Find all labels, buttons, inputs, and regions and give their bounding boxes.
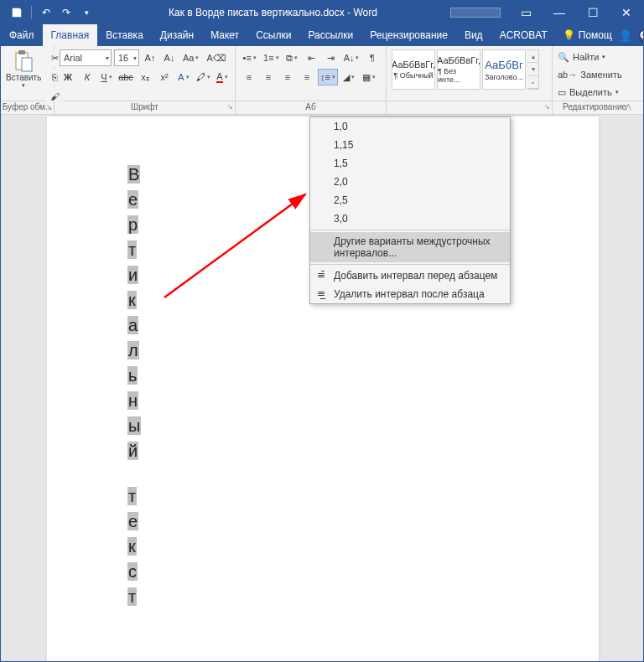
ribbon-slider[interactable] xyxy=(450,8,501,18)
style-heading1[interactable]: АаБбВг Заголово... xyxy=(482,49,526,90)
ribbon-display-icon[interactable]: ▭ xyxy=(509,1,543,24)
tell-me[interactable]: 💡 Помощ xyxy=(556,24,619,46)
svg-rect-1 xyxy=(18,50,25,54)
style-normal[interactable]: АаБбВвГг, ¶ Обычный xyxy=(392,49,435,90)
tab-review[interactable]: Рецензирование xyxy=(361,24,456,46)
group-font: Arial 16 A↑ A↓ Aa A⌫ Ж К Ч abc x₂ x² A 🖍… xyxy=(55,46,236,101)
line-spacing-icon[interactable]: ↕≡ xyxy=(318,69,338,85)
ls-option-1-15[interactable]: 1,15 xyxy=(310,136,510,154)
align-left-icon[interactable]: ≡ xyxy=(241,69,257,85)
find-button[interactable]: 🔍 Найти ▾ xyxy=(558,49,631,65)
align-right-icon[interactable]: ≡ xyxy=(279,69,296,85)
group-styles: АаБбВвГг, ¶ Обычный АаБбВвГг, ¶ Без инте… xyxy=(387,46,553,101)
line-spacing-dropdown: 1,0 1,15 1,5 2,0 2,5 3,0 Другие варианты… xyxy=(309,116,511,304)
highlight-icon[interactable]: 🖍 xyxy=(195,69,211,85)
style-sample: АаБбВг xyxy=(485,59,522,71)
document-area: Вертикальныйтекст 1,0 1,15 1,5 2,0 2,5 3… xyxy=(1,115,643,662)
title-bar: ↶ ↷ ▾ Как в Ворде писать вертикально.doc… xyxy=(1,1,643,24)
vertical-text-selection[interactable]: Вертикальныйтекст xyxy=(127,165,141,613)
window-controls: ▭ — ☐ ✕ xyxy=(509,1,643,24)
minimize-button[interactable]: — xyxy=(543,1,576,24)
tab-insert[interactable]: Вставка xyxy=(97,24,152,46)
tell-me-label: Помощ xyxy=(579,29,612,41)
tab-view[interactable]: Вид xyxy=(456,24,491,46)
ls-option-2-0[interactable]: 2,0 xyxy=(310,173,510,191)
window-title: Как в Ворде писать вертикально.docx - Wo… xyxy=(96,7,450,18)
undo-icon[interactable]: ↶ xyxy=(37,3,55,22)
tab-acrobat[interactable]: ACROBAT xyxy=(491,24,556,46)
group-label-styles: ↘ xyxy=(387,101,553,114)
multilevel-icon[interactable]: ⧉ xyxy=(283,49,300,66)
underline-icon[interactable]: Ч xyxy=(98,69,115,85)
qat-more-icon[interactable]: ▾ xyxy=(77,3,96,22)
ls-more-options[interactable]: Другие варианты междустрочных интервалов… xyxy=(310,232,510,262)
style-no-spacing[interactable]: АаБбВвГг, ¶ Без инте... xyxy=(437,49,480,90)
style-label: Заголово... xyxy=(485,73,523,81)
tab-design[interactable]: Дизайн xyxy=(152,24,202,46)
align-center-icon[interactable]: ≡ xyxy=(260,69,277,85)
group-label-editing: Редактирование⋀ xyxy=(553,101,636,114)
paste-button[interactable]: Вставить ▾ xyxy=(6,49,41,89)
grow-font-icon[interactable]: A↑ xyxy=(142,49,158,66)
ls-option-1-5[interactable]: 1,5 xyxy=(310,154,510,173)
quick-access-toolbar: ↶ ↷ ▾ xyxy=(1,3,96,22)
sort-icon[interactable]: A↓ xyxy=(341,49,361,66)
text-effects-icon[interactable]: A xyxy=(175,69,192,85)
styles-gallery-more[interactable]: ▴▾⌄ xyxy=(527,49,539,90)
ls-add-before[interactable]: ≡̄Добавить интервал перед абзацем xyxy=(310,266,510,285)
share-icon[interactable]: 👤 xyxy=(619,29,632,42)
subscript-icon[interactable]: x₂ xyxy=(137,69,153,85)
ls-option-1-0[interactable]: 1,0 xyxy=(310,117,510,136)
style-label: ¶ Без инте... xyxy=(438,67,480,84)
shrink-font-icon[interactable]: A↓ xyxy=(161,49,178,66)
style-sample: АаБбВвГг, xyxy=(392,59,435,70)
decrease-indent-icon[interactable]: ⇤ xyxy=(303,49,319,66)
group-paragraph: •≡ 1≡ ⧉ ⇤ ⇥ A↓ ¶ ≡ ≡ ≡ ≡ ↕≡ ◢ ▦ xyxy=(236,46,387,101)
superscript-icon[interactable]: x² xyxy=(156,69,173,85)
tab-references[interactable]: Ссылки xyxy=(247,24,299,46)
remove-space-after-icon: ≡̲ xyxy=(315,287,327,299)
style-sample: АаБбВвГг, xyxy=(437,55,480,65)
find-label: Найти xyxy=(573,52,599,62)
add-space-before-icon: ≡̄ xyxy=(315,269,327,281)
group-label-clipboard: Буфер обм...↘ xyxy=(1,101,55,114)
change-case-icon[interactable]: Aa xyxy=(180,49,201,66)
ribbon-tabs: Файл Главная Вставка Дизайн Макет Ссылки… xyxy=(1,24,643,46)
select-label: Выделить xyxy=(569,87,612,97)
show-marks-icon[interactable]: ¶ xyxy=(364,49,381,66)
numbering-icon[interactable]: 1≡ xyxy=(261,49,281,66)
group-label-font: Шрифт↘ xyxy=(55,101,236,114)
replace-label: Заменить xyxy=(580,70,621,80)
tab-mailings[interactable]: Рассылки xyxy=(299,24,361,46)
comments-icon[interactable]: 💬 xyxy=(639,29,644,42)
justify-icon[interactable]: ≡ xyxy=(299,69,315,85)
font-name-combo[interactable]: Arial xyxy=(60,49,112,66)
tab-file[interactable]: Файл xyxy=(1,24,43,46)
tab-home[interactable]: Главная xyxy=(43,24,98,46)
maximize-button[interactable]: ☐ xyxy=(576,1,610,24)
ls-option-3-0[interactable]: 3,0 xyxy=(310,209,510,228)
tab-layout[interactable]: Макет xyxy=(202,24,247,46)
strike-icon[interactable]: abc xyxy=(117,69,134,85)
group-editing: 🔍 Найти ▾ ab→ Заменить ▭ Выделить ▾ xyxy=(553,46,636,101)
ribbon-group-labels: Буфер обм...↘ Шрифт↘ Аб ↘ Редактирование… xyxy=(1,101,643,115)
select-button[interactable]: ▭ Выделить ▾ xyxy=(558,85,631,100)
ls-remove-after[interactable]: ≡̲Удалить интервал после абзаца xyxy=(310,285,510,303)
font-size-combo[interactable]: 16 xyxy=(114,49,139,66)
increase-indent-icon[interactable]: ⇥ xyxy=(322,49,339,66)
borders-icon[interactable]: ▦ xyxy=(360,69,378,85)
redo-icon[interactable]: ↷ xyxy=(57,3,75,22)
svg-rect-2 xyxy=(22,58,32,71)
paste-label: Вставить xyxy=(6,73,41,82)
ls-option-2-5[interactable]: 2,5 xyxy=(310,191,510,209)
bullets-icon[interactable]: •≡ xyxy=(241,49,258,66)
ribbon: Вставить ▾ ✂ ⎘ 🖌 Arial 16 A↑ A↓ Aa A⌫ Ж … xyxy=(1,46,643,101)
italic-icon[interactable]: К xyxy=(79,69,96,85)
close-button[interactable]: ✕ xyxy=(610,1,643,24)
replace-button[interactable]: ab→ Заменить xyxy=(558,67,631,82)
save-icon[interactable] xyxy=(8,3,26,22)
clear-formatting-icon[interactable]: A⌫ xyxy=(204,49,228,66)
font-color-icon[interactable]: A xyxy=(214,69,231,85)
bold-icon[interactable]: Ж xyxy=(60,69,76,85)
shading-icon[interactable]: ◢ xyxy=(340,69,357,85)
